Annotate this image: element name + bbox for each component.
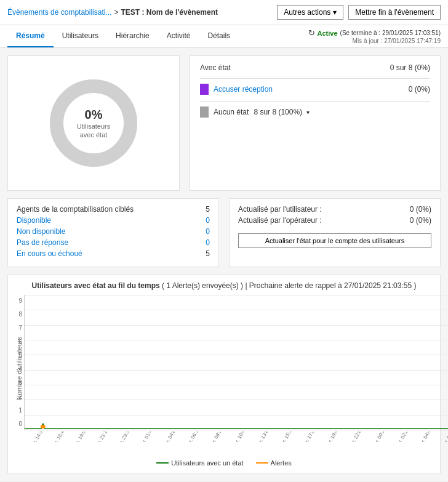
update-info-box: Actualisé par l'utilisateur : 0 (0%) Act… xyxy=(229,198,441,267)
aucun-value: 8 sur 8 (100%) ▾ xyxy=(254,108,310,116)
status-active-label: Active xyxy=(318,30,338,37)
donut-chart: 0% Utilisateurs avec état xyxy=(44,74,143,172)
divider-1 xyxy=(200,78,430,79)
chart-title: Utilisateurs avec état au fil du temps (… xyxy=(14,281,434,290)
actualise-op-row: Actualisé par l'opérateur : 0 (0%) xyxy=(238,216,431,225)
disponible-value: 0 xyxy=(206,216,210,225)
actualise-user-value: 0 (0%) xyxy=(410,205,431,214)
status-updated: Mis à jour : 27/01/2025 17:47:19 xyxy=(353,38,441,44)
legend-users: Utilisateurs avec un état xyxy=(156,459,243,467)
header: Évènements de comptabilisati... > TEST :… xyxy=(0,0,448,25)
aucun-label: Aucun état xyxy=(214,108,249,116)
autres-actions-button[interactable]: Autres actions ▾ xyxy=(277,5,343,20)
donut-label: Utilisateurs avec état xyxy=(77,123,110,139)
agents-label: Agents de la comptabilisation ciblés xyxy=(17,205,134,214)
en-cours-row: En cours ou échoué 5 xyxy=(17,249,210,258)
agents-value: 5 xyxy=(206,205,210,214)
chart-section: Utilisateurs avec état au fil du temps (… xyxy=(7,275,441,473)
status-detail: (Se termine à : 29/01/2025 17:03:51) xyxy=(340,30,441,36)
legend-alerts-label: Alertes xyxy=(271,459,292,467)
chart-alerts-sent: ( 1 Alerte(s) envoyée(s) ) xyxy=(162,281,243,290)
top-section: 0% Utilisateurs avec état Avec état 0 su… xyxy=(7,55,441,191)
breadcrumb-link[interactable]: Évènements de comptabilisati... xyxy=(7,8,111,17)
tab-hierarchie[interactable]: Hiérarchie xyxy=(107,25,158,47)
disponible-row: Disponible 0 xyxy=(17,216,210,225)
page-title: TEST : Nom de l'évènement xyxy=(121,8,218,17)
agents-info-box: Agents de la comptabilisation ciblés 5 D… xyxy=(7,198,219,267)
en-cours-value: 5 xyxy=(206,249,210,258)
non-disponible-row: Non disponible 0 xyxy=(17,227,210,236)
breadcrumb-separator: > xyxy=(114,8,118,17)
status-info: ↻ Active (Se termine à : 29/01/2025 17:0… xyxy=(308,26,441,47)
chart-main-title: Utilisateurs avec état au fil du temps xyxy=(32,281,160,290)
chart-area: Nombre d'utilisateurs 0 1 2 3 4 5 6 7 8 … xyxy=(14,295,434,442)
svg-point-1 xyxy=(41,425,46,428)
donut-center: 0% Utilisateurs avec état xyxy=(69,108,118,139)
legend-color-alerts xyxy=(256,462,268,464)
chart-svg xyxy=(25,295,448,430)
tab-activite[interactable]: Activité xyxy=(158,25,199,47)
breadcrumb: Évènements de comptabilisati... > TEST :… xyxy=(7,8,218,17)
donut-chart-area: 0% Utilisateurs avec état xyxy=(7,55,180,191)
pas-reponse-label: Pas de réponse xyxy=(17,238,68,247)
header-actions: Autres actions ▾ Mettre fin à l'évènemen… xyxy=(277,5,441,20)
aucun-etat-row: Aucun état 8 sur 8 (100%) ▾ xyxy=(200,106,430,118)
disponible-label: Disponible xyxy=(17,216,51,225)
chart-next-alert: Prochaine alerte de rappel à 27/01/2025 … xyxy=(249,281,417,290)
actualise-op-value: 0 (0%) xyxy=(410,216,431,225)
x-axis: lun. 14:32 lun. 16:47 lun. 19:02 lun. 21… xyxy=(24,432,448,442)
actualise-user-row: Actualisé par l'utilisateur : 0 (0%) xyxy=(238,205,431,214)
non-disponible-value: 0 xyxy=(206,227,210,236)
avec-etat-value: 0 sur 8 (0%) xyxy=(390,63,430,72)
mettre-fin-button[interactable]: Mettre fin à l'évènement xyxy=(348,5,441,20)
non-disponible-label: Non disponible xyxy=(17,227,65,236)
actualise-op-label: Actualisé par l'opérateur : xyxy=(238,216,322,225)
accuser-row: Accuser réception 0 (0%) xyxy=(200,84,430,95)
pas-reponse-row: Pas de réponse 0 xyxy=(17,238,210,247)
donut-percentage: 0% xyxy=(69,108,118,122)
expand-icon[interactable]: ▾ xyxy=(306,109,310,116)
actualiser-button[interactable]: Actualiser l'état pour le compte des uti… xyxy=(238,233,431,248)
refresh-icon[interactable]: ↻ xyxy=(308,28,315,38)
legend-alerts: Alertes xyxy=(256,459,292,467)
chart-grid: 0 1 2 3 4 5 6 7 8 9 xyxy=(24,295,448,430)
accuser-value: 0 (0%) xyxy=(409,85,430,94)
agents-row: Agents de la comptabilisation ciblés 5 xyxy=(17,205,210,214)
chart-legend: Utilisateurs avec un état Alertes xyxy=(14,459,434,467)
pas-reponse-value: 0 xyxy=(206,238,210,247)
purple-indicator xyxy=(200,84,209,95)
actualise-user-label: Actualisé par l'utilisateur : xyxy=(238,205,322,214)
bottom-section: Agents de la comptabilisation ciblés 5 D… xyxy=(7,198,441,267)
en-cours-label: En cours ou échoué xyxy=(17,249,82,258)
avec-etat-row: Avec état 0 sur 8 (0%) xyxy=(200,63,430,72)
chevron-down-icon: ▾ xyxy=(333,8,337,17)
legend-color-users xyxy=(156,462,169,464)
avec-etat-label: Avec état xyxy=(200,63,231,72)
y-ticks: 0 1 2 3 4 5 6 7 8 9 xyxy=(7,295,22,430)
accuser-label[interactable]: Accuser réception xyxy=(214,85,404,94)
chart-content: 0 1 2 3 4 5 6 7 8 9 xyxy=(24,295,448,442)
tab-utilisateurs[interactable]: Utilisateurs xyxy=(54,25,107,47)
tabs-bar: Résumé Utilisateurs Hiérarchie Activité … xyxy=(0,25,448,48)
gray-indicator xyxy=(200,106,209,118)
stats-panel: Avec état 0 sur 8 (0%) Accuser réception… xyxy=(190,55,441,191)
tab-list: Résumé Utilisateurs Hiérarchie Activité … xyxy=(7,25,239,47)
main-content: 0% Utilisateurs avec état Avec état 0 su… xyxy=(0,48,448,481)
tab-details[interactable]: Détails xyxy=(199,25,239,47)
legend-users-label: Utilisateurs avec un état xyxy=(171,459,243,467)
divider-2 xyxy=(200,101,430,102)
tab-resume[interactable]: Résumé xyxy=(7,25,54,47)
